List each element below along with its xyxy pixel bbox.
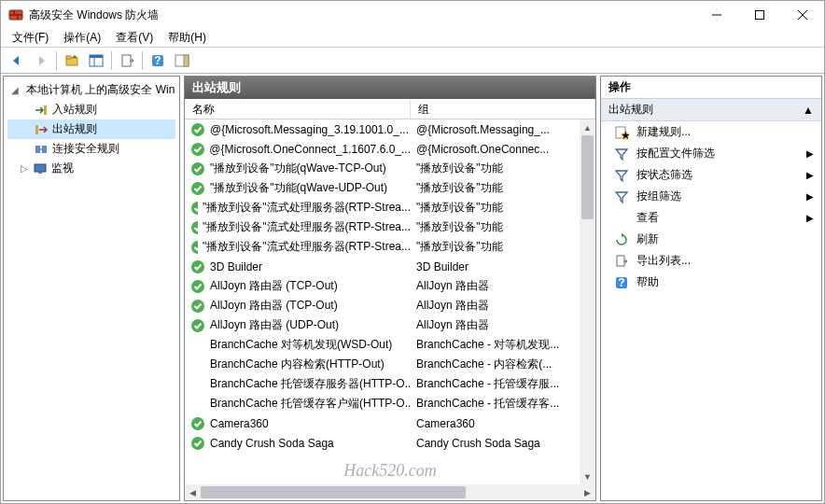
col-name-header[interactable]: 名称 [185, 99, 411, 119]
action-label: 查看 [636, 210, 659, 226]
action-label: 导出列表... [636, 253, 691, 269]
help-toolbar-button[interactable]: ? [147, 49, 169, 72]
rule-enabled-icon [190, 240, 198, 255]
rule-row[interactable]: "播放到设备"流式处理服务器(RTP-Strea..."播放到设备"功能 [185, 217, 595, 237]
scroll-thumb[interactable] [581, 135, 594, 219]
rule-row[interactable]: @{Microsoft.Messaging_3.19.1001.0_...@{M… [185, 119, 595, 139]
menu-help[interactable]: 帮助(H) [161, 28, 214, 48]
submenu-arrow-icon: ▶ [806, 213, 814, 223]
minimize-button[interactable] [695, 1, 738, 29]
forward-button[interactable] [30, 49, 52, 72]
rule-enabled-icon [190, 279, 205, 294]
export-button[interactable] [116, 49, 138, 72]
back-button[interactable] [6, 49, 28, 72]
action-view[interactable]: 查看 ▶ [601, 207, 821, 229]
tree-pane: ◢ 本地计算机 上的高级安全 Win 入站规则 出站规则 连接安全规则 ▷ 监视 [3, 76, 180, 501]
rule-group: @{Microsoft.OneConnec... [416, 143, 549, 156]
rule-row[interactable]: 3D Builder3D Builder [185, 257, 595, 276]
action-new-rule[interactable]: ★ 新建规则... [601, 121, 821, 143]
svg-text:?: ? [154, 54, 161, 67]
rule-group: BranchCache - 内容检索(... [416, 357, 552, 371]
tree-root[interactable]: ◢ 本地计算机 上的高级安全 Win [7, 80, 175, 100]
toolbar-separator [56, 51, 57, 70]
rule-row[interactable]: Camera360Camera360 [185, 413, 595, 433]
action-filter-state[interactable]: 按状态筛选 ▶ [601, 164, 821, 186]
rule-name: AllJoyn 路由器 (UDP-Out) [210, 317, 339, 333]
svg-rect-20 [35, 125, 38, 134]
monitor-icon [33, 161, 48, 176]
actions-section-header[interactable]: 出站规则 ▲ [601, 99, 821, 121]
up-folder-button[interactable] [61, 49, 83, 72]
show-action-pane-button[interactable] [171, 49, 193, 72]
rule-row[interactable]: Candy Crush Soda SagaCandy Crush Soda Sa… [185, 433, 595, 453]
nav-tree: ◢ 本地计算机 上的高级安全 Win 入站规则 出站规则 连接安全规则 ▷ 监视 [7, 80, 175, 178]
close-button[interactable] [781, 1, 824, 29]
svg-rect-9 [66, 56, 71, 59]
show-hide-tree-button[interactable] [85, 49, 107, 72]
action-label: 按配置文件筛选 [636, 146, 715, 161]
rule-group: "播放到设备"功能 [416, 181, 503, 194]
rule-row[interactable]: BranchCache 托管缓存客户端(HTTP-O...BranchCache… [185, 394, 595, 413]
rule-row[interactable]: AllJoyn 路由器 (UDP-Out)AllJoyn 路由器 [185, 315, 595, 335]
menu-action[interactable]: 操作(A) [56, 28, 108, 48]
scroll-right-button[interactable]: ▶ [580, 484, 595, 500]
tree-outbound[interactable]: 出站规则 [7, 119, 175, 139]
toolbar: ? [1, 48, 824, 74]
rule-row[interactable]: @{Microsoft.OneConnect_1.1607.6.0_...@{M… [185, 139, 595, 159]
actions-pane-title: 操作 [601, 77, 821, 99]
rule-group: Candy Crush Soda Saga [416, 437, 540, 450]
rule-row[interactable]: "播放到设备"流式处理服务器(RTP-Strea..."播放到设备"功能 [185, 237, 595, 257]
scroll-thumb-h[interactable] [201, 486, 466, 498]
action-filter-profile[interactable]: 按配置文件筛选 ▶ [601, 143, 821, 164]
rule-row[interactable]: AllJoyn 路由器 (TCP-Out)AllJoyn 路由器 [185, 296, 595, 315]
tree-connsec[interactable]: 连接安全规则 [7, 139, 175, 159]
rule-name: BranchCache 托管缓存客户端(HTTP-O... [210, 396, 411, 412]
scroll-down-button[interactable]: ▼ [580, 469, 595, 484]
tree-monitor[interactable]: ▷ 监视 [7, 159, 175, 178]
menu-view[interactable]: 查看(V) [108, 28, 161, 48]
rule-group: BranchCache - 托管缓存服... [416, 377, 559, 390]
rule-row[interactable]: BranchCache 托管缓存服务器(HTTP-O...BranchCache… [185, 374, 595, 394]
rule-row[interactable]: "播放到设备"功能(qWave-TCP-Out)"播放到设备"功能 [185, 159, 595, 178]
tree-inbound[interactable]: 入站规则 [7, 100, 175, 119]
action-refresh[interactable]: 刷新 [601, 229, 821, 250]
filter-icon [614, 189, 629, 204]
expand-icon[interactable]: ▷ [19, 163, 29, 174]
help-icon: ? [614, 275, 629, 290]
tree-connsec-label: 连接安全规则 [52, 141, 119, 157]
rule-row[interactable]: "播放到设备"流式处理服务器(RTP-Strea..."播放到设备"功能 [185, 198, 595, 217]
svg-rect-19 [44, 105, 47, 115]
menu-file[interactable]: 文件(F) [5, 28, 56, 48]
scroll-left-button[interactable]: ◀ [185, 484, 201, 500]
watermark: Hack520.com [343, 461, 436, 481]
rule-enabled-icon [190, 299, 205, 314]
col-group-header[interactable]: 组 [411, 99, 595, 119]
submenu-arrow-icon: ▶ [806, 170, 814, 180]
rule-enabled-icon [190, 142, 204, 157]
action-label: 新建规则... [636, 124, 691, 140]
rule-enabled-icon [190, 259, 205, 274]
action-export[interactable]: 导出列表... [601, 250, 821, 272]
action-filter-group[interactable]: 按组筛选 ▶ [601, 186, 821, 207]
svg-rect-13 [122, 55, 131, 66]
scroll-up-button[interactable]: ▲ [580, 119, 595, 135]
rules-header: 名称 组 [185, 99, 595, 119]
rule-row[interactable]: BranchCache 对等机发现(WSD-Out)BranchCache - … [185, 335, 595, 355]
horizontal-scrollbar[interactable]: ◀ ▶ [185, 484, 595, 500]
submenu-arrow-icon: ▶ [806, 148, 814, 159]
svg-rect-3 [17, 16, 19, 20]
submenu-arrow-icon: ▶ [806, 191, 814, 202]
rule-row[interactable]: BranchCache 内容检索(HTTP-Out)BranchCache - … [185, 355, 595, 374]
refresh-icon [614, 232, 629, 247]
maximize-button[interactable] [738, 1, 781, 29]
outbound-rules-icon [34, 122, 49, 137]
tree-monitor-label: 监视 [51, 161, 74, 176]
rule-name: @{Microsoft.OneConnect_1.1607.6.0_... [209, 143, 411, 156]
rule-row[interactable]: AllJoyn 路由器 (TCP-Out)AllJoyn 路由器 [185, 276, 595, 296]
rule-enabled-icon [190, 181, 205, 196]
collapse-icon[interactable]: ◢ [11, 85, 19, 95]
rule-row[interactable]: "播放到设备"功能(qWave-UDP-Out)"播放到设备"功能 [185, 178, 595, 198]
vertical-scrollbar[interactable]: ▲ ▼ [580, 119, 595, 484]
actions-pane: 操作 出站规则 ▲ ★ 新建规则... 按配置文件筛选 ▶ 按状态筛选 ▶ [600, 76, 822, 501]
action-help[interactable]: ? 帮助 [601, 272, 821, 293]
